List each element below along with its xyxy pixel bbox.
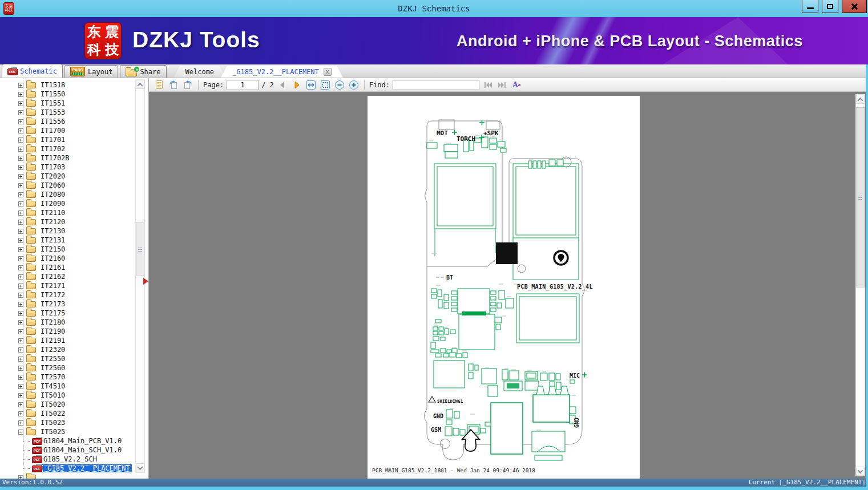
doc-scroll-up-arrow[interactable] — [856, 95, 865, 104]
maximize-button[interactable] — [822, 0, 838, 13]
expander-icon[interactable] — [18, 83, 23, 88]
tree-folder-row[interactable]: IT2172 — [0, 290, 134, 299]
match-case-icon[interactable]: Aa — [511, 79, 522, 91]
page-input[interactable] — [227, 80, 259, 90]
expander-icon[interactable] — [18, 210, 23, 216]
expander-icon[interactable] — [18, 411, 23, 416]
tree-folder-row[interactable]: IT1556 — [0, 117, 134, 126]
expander-icon[interactable] — [18, 110, 23, 115]
expander-icon[interactable] — [18, 302, 23, 307]
scroll-thumb[interactable] — [136, 222, 144, 276]
tree-folder-row[interactable]: IT2161 — [0, 263, 134, 272]
tree-folder-row[interactable]: IT2180 — [0, 318, 134, 327]
tree-document-row[interactable]: PDF_G185_V2.2__PLACEMENT — [0, 464, 134, 473]
tab-layout[interactable]: PADS Layout — [64, 65, 118, 78]
zoom-out-icon[interactable] — [334, 79, 345, 91]
tree-folder-row[interactable]: IT2190 — [0, 327, 134, 336]
tree-folder-row[interactable]: IT2080 — [0, 190, 134, 199]
tree-scrollbar[interactable] — [135, 79, 145, 473]
tree-folder-row[interactable]: IT1553 — [0, 108, 134, 117]
tree-folder-row[interactable]: IT4510 — [0, 382, 134, 391]
tree-folder-row[interactable]: IT1700 — [0, 126, 134, 135]
tree-folder-row[interactable]: IT5022 — [0, 409, 134, 418]
tree-folder-row[interactable]: IT1703 — [0, 163, 134, 172]
expander-icon[interactable] — [18, 402, 23, 407]
expander-icon[interactable] — [18, 475, 23, 479]
rotate-left-icon[interactable] — [168, 79, 179, 91]
tree-folder-row[interactable]: IT1702B — [0, 153, 134, 163]
tree-folder-row[interactable]: IT2130 — [0, 226, 134, 236]
tree-document-row[interactable]: PDFG185_V2.2_SCH — [0, 455, 134, 464]
close-button[interactable] — [842, 0, 867, 13]
expander-icon[interactable] — [18, 375, 23, 380]
tree-folder-row[interactable]: IT2160 — [0, 254, 134, 263]
tree-folder-row[interactable]: IT5010 — [0, 391, 134, 400]
tree-folder-row[interactable]: IT1701 — [0, 135, 134, 144]
doc-scroll-down-arrow[interactable] — [856, 467, 865, 476]
expander-icon[interactable] — [18, 147, 23, 152]
expander-icon[interactable] — [18, 101, 23, 106]
expander-icon[interactable] — [18, 320, 23, 325]
tree-document-row[interactable]: PDFG1804_Main_SCH_V1.0 — [0, 446, 134, 455]
tree-folder-row[interactable]: IT2090 — [0, 199, 134, 208]
tree-folder-row[interactable]: IT2171 — [0, 281, 134, 290]
expander-icon[interactable] — [18, 357, 23, 362]
tab-schematic[interactable]: PDF Schematic — [2, 64, 63, 78]
expander-icon[interactable] — [18, 229, 23, 234]
expander-icon[interactable] — [18, 284, 23, 289]
tree-folder-row[interactable]: IT2570 — [0, 372, 134, 382]
expander-icon[interactable] — [18, 156, 23, 161]
tree-folder-row[interactable]: IT2150 — [0, 245, 134, 254]
tab-share[interactable]: + Share — [120, 65, 166, 78]
tree-folder-row[interactable]: IT2191 — [0, 336, 134, 345]
tree-folder-row[interactable]: IT1551 — [0, 99, 134, 108]
expander-icon[interactable] — [18, 247, 23, 252]
doc-scroll-thumb[interactable] — [856, 107, 865, 287]
tree-folder-row[interactable]: IT2020 — [0, 172, 134, 181]
expander-icon[interactable] — [18, 329, 23, 334]
expander-icon[interactable] — [18, 347, 23, 353]
expander-icon[interactable] — [18, 274, 23, 280]
copy-page-icon[interactable] — [154, 79, 165, 91]
expander-icon[interactable] — [18, 165, 23, 170]
expander-icon[interactable] — [18, 174, 23, 179]
rotate-right-icon[interactable] — [182, 79, 193, 91]
zoom-in-icon[interactable] — [348, 79, 360, 91]
tree-folder-row[interactable]: IT2173 — [0, 299, 134, 309]
expander-icon[interactable] — [18, 119, 23, 124]
close-tab-icon[interactable]: x — [324, 68, 332, 76]
tree-folder-row[interactable]: IT2120 — [0, 217, 134, 226]
tree-folder-row[interactable]: IT2550 — [0, 354, 134, 363]
tree-document-row[interactable]: PDFG1804_Main_PCB_V1.0 — [0, 436, 134, 446]
expander-icon[interactable] — [18, 183, 23, 188]
fit-page-icon[interactable] — [320, 79, 331, 91]
tree-folder-row[interactable]: IT2110 — [0, 208, 134, 217]
tree-folder-row-partial[interactable] — [0, 473, 134, 479]
tree-folder-row[interactable]: IT1702 — [0, 144, 134, 153]
tree-folder-row[interactable]: IT1550 — [0, 90, 134, 99]
minimize-button[interactable] — [802, 0, 818, 13]
expander-icon[interactable] — [18, 238, 23, 243]
fit-width-icon[interactable] — [305, 79, 317, 91]
expander-icon[interactable] — [18, 137, 23, 143]
expander-icon[interactable] — [18, 430, 23, 435]
expander-icon[interactable] — [18, 338, 23, 343]
next-page-icon[interactable] — [291, 79, 302, 91]
expander-icon[interactable] — [18, 192, 23, 197]
scroll-down-arrow[interactable] — [136, 463, 144, 472]
tree-folder-row[interactable]: IT2131 — [0, 236, 134, 245]
tab-placement[interactable]: _G185_V2.2__PLACEMENT x — [221, 66, 343, 78]
expander-icon[interactable] — [18, 265, 23, 270]
tree-folder-row[interactable]: IT2162 — [0, 272, 134, 281]
expander-icon[interactable] — [18, 220, 23, 225]
find-previous-icon[interactable] — [482, 79, 494, 91]
panel-collapse-arrow[interactable] — [143, 278, 148, 285]
tree-folder-row[interactable]: IT5023 — [0, 418, 134, 427]
pdf-page[interactable]: MOT TORCH +SPK BT PCB_MAIN_G185_V2.2_4L … — [368, 96, 640, 479]
tree-folder-row[interactable]: IT5020 — [0, 400, 134, 409]
tree-folder-row[interactable]: IT2320 — [0, 345, 134, 354]
tree-folder-row[interactable]: IT2175 — [0, 309, 134, 318]
tree-folder-row[interactable]: IT1518 — [0, 80, 134, 90]
expander-icon[interactable] — [18, 256, 23, 261]
expander-icon[interactable] — [18, 293, 23, 298]
